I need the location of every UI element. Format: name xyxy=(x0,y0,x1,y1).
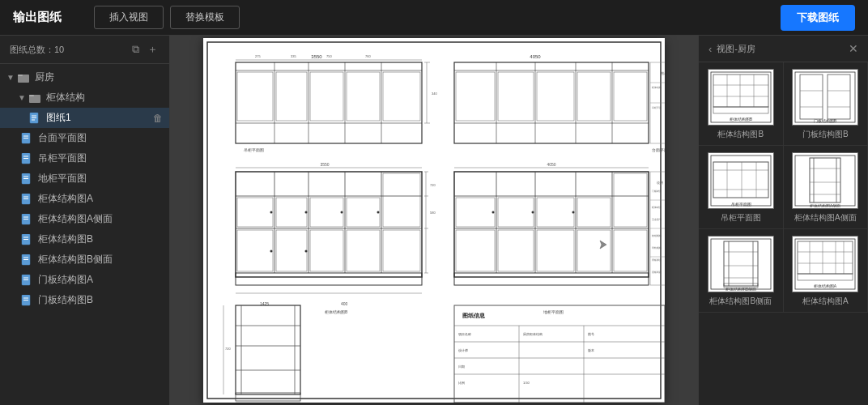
svg-text:导轨规格: 导轨规格 xyxy=(652,246,662,249)
download-button[interactable]: 下载图纸 xyxy=(781,5,855,31)
sidebar-item-cabB-side[interactable]: 柜体结构图B侧面 xyxy=(0,249,169,270)
sidebar-tree: ▼ 厨房 ▼ 柜体结构 xyxy=(0,64,169,405)
sheet-count-label: 图纸总数：10 xyxy=(10,44,64,56)
sidebar-item-doorB[interactable]: 门板结构图B xyxy=(0,290,169,310)
svg-text:750: 750 xyxy=(326,54,332,58)
svg-text:柜体结构: 柜体结构 xyxy=(651,86,662,89)
svg-text:柜体结构图B: 柜体结构图B xyxy=(729,117,753,122)
topbar: 输出图纸 插入视图 替换模板 下载图纸 xyxy=(0,0,868,36)
drawing1-label: 图纸1 xyxy=(46,111,150,125)
doorA-label: 门板结构图A xyxy=(38,273,163,287)
right-panel-header: ‹ 视图-厨房 ✕ xyxy=(699,36,868,62)
folder-icon-sub xyxy=(29,92,42,104)
svg-point-105 xyxy=(305,250,308,253)
svg-text:4050: 4050 xyxy=(547,162,555,167)
svg-text:五金型号: 五金型号 xyxy=(652,218,662,221)
right-panel-header-left: ‹ 视图-厨房 xyxy=(708,43,755,55)
countertop-label: 台面平面图 xyxy=(38,131,163,145)
svg-rect-218 xyxy=(711,239,771,289)
svg-rect-185 xyxy=(711,72,771,122)
sidebar-item-upper[interactable]: 吊柜平面图 xyxy=(0,148,169,168)
svg-text:柜体结构图B: 柜体结构图B xyxy=(324,309,348,314)
svg-rect-1 xyxy=(18,75,23,76)
sidebar-item-cabA-side[interactable]: 柜体结构图A侧面 xyxy=(0,209,169,229)
kitchen-label: 厨房 xyxy=(35,70,163,84)
svg-text:275: 275 xyxy=(255,54,261,58)
svg-text:3550: 3550 xyxy=(320,162,329,167)
svg-text:720: 720 xyxy=(225,347,231,351)
thumb-label-cabA: 柜体结构图A xyxy=(802,296,849,307)
svg-text:335: 335 xyxy=(291,54,296,58)
chevron-down-icon-sub: ▼ xyxy=(18,93,29,102)
svg-text:层板间距: 层板间距 xyxy=(652,271,662,274)
file-icon-doorA xyxy=(21,275,34,286)
sidebar-header: 图纸总数：10 ⧉ ＋ xyxy=(0,36,169,64)
svg-text:日期: 日期 xyxy=(458,364,465,369)
thumb-img-cabB: 柜体结构图B xyxy=(708,69,774,126)
thumb-img-cabA: 柜体结构图A xyxy=(792,236,858,292)
sidebar-item-doorA[interactable]: 门板结构图A xyxy=(0,270,169,290)
svg-rect-202 xyxy=(711,156,771,206)
svg-text:门板结构图B: 门板结构图B xyxy=(814,118,837,123)
sidebar-item-floor[interactable]: 地柜平面图 xyxy=(0,168,169,189)
svg-text:版本: 版本 xyxy=(588,348,594,352)
svg-text:台面平面图: 台面平面图 xyxy=(652,147,665,152)
panel-close-button[interactable]: ✕ xyxy=(849,42,858,55)
insert-view-button[interactable]: 插入视图 xyxy=(94,6,164,29)
sidebar-item-countertop[interactable]: 台面平面图 xyxy=(0,128,169,148)
thumb-item-cabA[interactable]: 柜体结构图A 柜体结构图A xyxy=(784,229,869,313)
chevron-down-icon: ▼ xyxy=(6,73,18,82)
svg-point-104 xyxy=(270,250,273,253)
svg-text:柜体结构图B侧面: 柜体结构图B侧面 xyxy=(725,287,756,291)
svg-text:吊柜平面图: 吊柜平面图 xyxy=(244,147,264,152)
svg-text:比例: 比例 xyxy=(458,381,465,385)
svg-text:厨房柜体结构: 厨房柜体结构 xyxy=(523,332,542,336)
replace-template-button[interactable]: 替换模板 xyxy=(170,6,240,29)
svg-text:图号: 图号 xyxy=(588,332,594,336)
thumb-item-cabA-side[interactable]: 柜体结构图A侧面 柜体结构图A侧面 xyxy=(784,146,869,229)
sidebar-item-cabinet-structure[interactable]: ▼ 柜体结构 xyxy=(0,87,169,108)
sidebar-item-cabB[interactable]: 柜体结构图B xyxy=(0,229,169,249)
doorB-label: 门板结构图B xyxy=(38,293,163,307)
svg-text:柜体材质: 柜体材质 xyxy=(651,206,662,209)
sidebar-header-icons: ⧉ ＋ xyxy=(130,42,160,57)
svg-text:铰链规格: 铰链规格 xyxy=(651,234,662,237)
delete-icon[interactable]: 🗑 xyxy=(153,113,163,124)
svg-rect-35 xyxy=(207,42,661,399)
thumb-item-cabB[interactable]: 柜体结构图B 柜体结构图B xyxy=(699,62,784,146)
svg-point-102 xyxy=(341,211,343,214)
sidebar-item-cabA[interactable]: 柜体结构图A xyxy=(0,189,169,209)
cabB-label: 柜体结构图B xyxy=(38,232,163,246)
right-panel-grid: 柜体结构图B 柜体结构图B 门板结构图B xyxy=(699,62,868,405)
svg-text:柜体结构图A: 柜体结构图A xyxy=(813,284,837,288)
svg-text:图示: 图示 xyxy=(661,71,665,75)
svg-rect-3 xyxy=(29,95,34,96)
svg-point-139 xyxy=(532,211,534,214)
floor-label: 地柜平面图 xyxy=(38,172,163,185)
file-icon-countertop xyxy=(21,133,34,144)
svg-point-140 xyxy=(572,211,575,214)
copy-icon-button[interactable]: ⧉ xyxy=(130,42,141,57)
blueprint-svg: 3550 275 335 750 760 xyxy=(203,38,665,403)
thumb-item-doorB[interactable]: 门板结构图B 门板结构图B xyxy=(784,62,869,146)
right-panel-title: 视图-厨房 xyxy=(717,43,755,55)
add-icon-button[interactable]: ＋ xyxy=(146,42,160,57)
thumb-label-upper-plan: 吊柜平面图 xyxy=(721,212,761,224)
thumb-item-upper-plan[interactable]: 吊柜平面图 吊柜平面图 xyxy=(699,146,784,229)
svg-text:项目名称: 项目名称 xyxy=(458,332,471,336)
svg-text:580: 580 xyxy=(430,211,436,215)
svg-point-100 xyxy=(270,211,273,214)
cabA-label: 柜体结构图A xyxy=(38,192,163,206)
svg-text:1:50: 1:50 xyxy=(523,381,530,385)
svg-text:图纸信息: 图纸信息 xyxy=(462,312,486,318)
svg-text:4050: 4050 xyxy=(530,54,541,59)
svg-text:设计师: 设计师 xyxy=(458,348,468,352)
file-icon-cabB-side xyxy=(21,254,34,266)
thumb-item-cabB-side[interactable]: 柜体结构图B侧面 柜体结构图B侧面 xyxy=(699,229,784,313)
sidebar-item-kitchen[interactable]: ▼ 厨房 xyxy=(0,67,169,87)
sidebar-item-drawing1[interactable]: 图纸1 🗑 xyxy=(0,108,169,128)
panel-back-button[interactable]: ‹ xyxy=(708,43,712,55)
svg-point-138 xyxy=(492,211,495,214)
svg-text:门板材质: 门板材质 xyxy=(652,190,662,193)
thumb-label-cabB: 柜体结构图B xyxy=(717,129,764,140)
